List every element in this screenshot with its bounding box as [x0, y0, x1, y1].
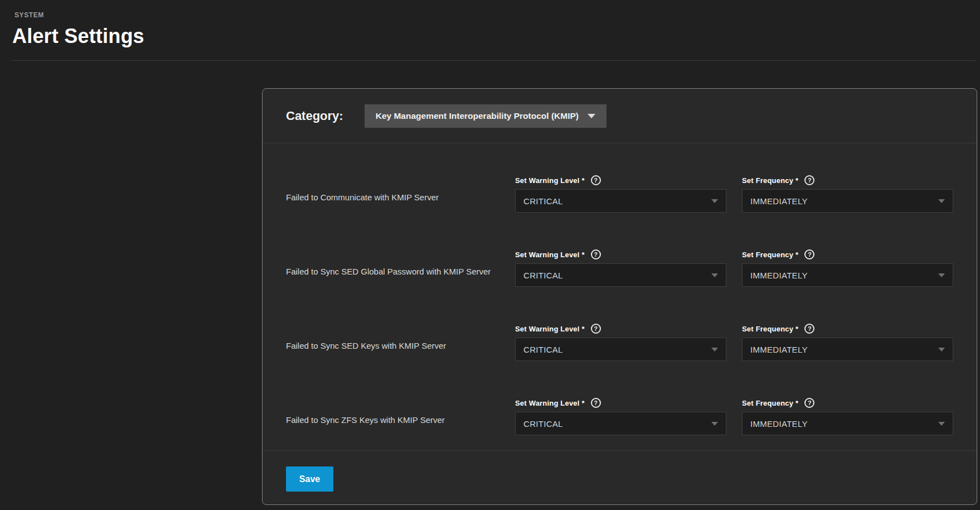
- chevron-down-icon: [938, 348, 945, 352]
- help-icon[interactable]: ?: [591, 175, 601, 185]
- frequency-label: Set Frequency *: [742, 176, 798, 185]
- field-label-line: Set Frequency * ?: [742, 397, 953, 408]
- header-divider: [11, 60, 976, 61]
- frequency-field: Set Frequency * ? IMMEDIATELY: [742, 397, 953, 435]
- warning-level-select[interactable]: CRITICAL: [515, 263, 726, 287]
- frequency-select[interactable]: IMMEDIATELY: [742, 189, 953, 213]
- frequency-select[interactable]: IMMEDIATELY: [742, 338, 953, 361]
- chevron-down-icon: [711, 422, 718, 426]
- category-dropdown[interactable]: Key Management Interoperability Protocol…: [365, 104, 607, 128]
- warning-level-label: Set Warning Level *: [515, 176, 585, 185]
- warning-level-select[interactable]: CRITICAL: [515, 412, 726, 435]
- alert-name: Failed to Sync SED Global Password with …: [286, 249, 499, 287]
- alert-name: Failed to Sync SED Keys with KMIP Server: [286, 323, 499, 361]
- warning-level-select[interactable]: CRITICAL: [515, 189, 726, 213]
- frequency-field: Set Frequency * ? IMMEDIATELY: [742, 249, 953, 287]
- alert-name: Failed to Sync ZFS Keys with KMIP Server: [286, 397, 499, 435]
- frequency-label: Set Frequency *: [742, 251, 798, 259]
- save-section: Save: [263, 451, 977, 505]
- category-label: Category:: [286, 109, 343, 123]
- warning-level-label: Set Warning Level *: [515, 251, 585, 259]
- field-label-line: Set Warning Level * ?: [515, 397, 726, 408]
- frequency-select[interactable]: IMMEDIATELY: [742, 412, 953, 435]
- field-label-line: Set Frequency * ?: [742, 175, 953, 186]
- frequency-field: Set Frequency * ? IMMEDIATELY: [742, 175, 953, 213]
- warning-level-field: Set Warning Level * ? CRITICAL: [515, 397, 726, 435]
- table-row: Failed to Communicate with KMIP Server S…: [286, 175, 952, 213]
- alert-name: Failed to Communicate with KMIP Server: [286, 175, 499, 213]
- warning-level-value: CRITICAL: [523, 271, 563, 280]
- warning-level-select[interactable]: CRITICAL: [515, 338, 726, 361]
- table-row: Failed to Sync SED Keys with KMIP Server…: [286, 323, 952, 361]
- page-title: Alert Settings: [12, 25, 980, 48]
- help-icon[interactable]: ?: [591, 249, 601, 259]
- frequency-label: Set Frequency *: [742, 325, 798, 333]
- frequency-value: IMMEDIATELY: [750, 271, 808, 280]
- warning-level-label: Set Warning Level *: [515, 399, 585, 407]
- warning-level-field: Set Warning Level * ? CRITICAL: [515, 323, 726, 361]
- table-row: Failed to Sync ZFS Keys with KMIP Server…: [286, 397, 952, 435]
- warning-level-field: Set Warning Level * ? CRITICAL: [515, 249, 726, 287]
- table-row: Failed to Sync SED Global Password with …: [286, 249, 952, 287]
- chevron-down-icon: [711, 348, 718, 352]
- warning-level-value: CRITICAL: [523, 419, 563, 429]
- field-label-line: Set Frequency * ?: [742, 323, 953, 334]
- category-selected-value: Key Management Interoperability Protocol…: [376, 111, 579, 121]
- chevron-down-icon: [938, 199, 945, 203]
- warning-level-field: Set Warning Level * ? CRITICAL: [515, 175, 726, 213]
- chevron-down-icon: [588, 114, 595, 118]
- chevron-down-icon: [938, 422, 945, 426]
- frequency-value: IMMEDIATELY: [750, 419, 808, 429]
- frequency-value: IMMEDIATELY: [750, 345, 808, 354]
- warning-level-value: CRITICAL: [523, 196, 563, 206]
- category-row: Category: Key Management Interoperabilit…: [263, 89, 977, 143]
- help-icon[interactable]: ?: [591, 324, 601, 334]
- help-icon[interactable]: ?: [804, 175, 814, 185]
- help-icon[interactable]: ?: [804, 324, 814, 334]
- frequency-label: Set Frequency *: [742, 399, 798, 407]
- field-label-line: Set Warning Level * ?: [515, 249, 726, 260]
- chevron-down-icon: [938, 273, 945, 277]
- chevron-down-icon: [711, 273, 718, 277]
- page-header: SYSTEM Alert Settings: [0, 0, 980, 48]
- help-icon[interactable]: ?: [804, 398, 814, 408]
- alert-rows: Failed to Communicate with KMIP Server S…: [263, 143, 977, 435]
- warning-level-label: Set Warning Level *: [515, 325, 585, 333]
- frequency-select[interactable]: IMMEDIATELY: [742, 263, 953, 287]
- field-label-line: Set Warning Level * ?: [515, 323, 726, 334]
- breadcrumb: SYSTEM: [14, 11, 980, 19]
- chevron-down-icon: [711, 199, 718, 203]
- frequency-field: Set Frequency * ? IMMEDIATELY: [742, 323, 953, 361]
- help-icon[interactable]: ?: [591, 398, 601, 408]
- frequency-value: IMMEDIATELY: [750, 196, 808, 206]
- help-icon[interactable]: ?: [804, 249, 814, 259]
- field-label-line: Set Frequency * ?: [742, 249, 953, 260]
- save-button[interactable]: Save: [286, 466, 333, 492]
- field-label-line: Set Warning Level * ?: [515, 175, 726, 186]
- warning-level-value: CRITICAL: [523, 345, 563, 354]
- alert-settings-card: Category: Key Management Interoperabilit…: [262, 88, 977, 505]
